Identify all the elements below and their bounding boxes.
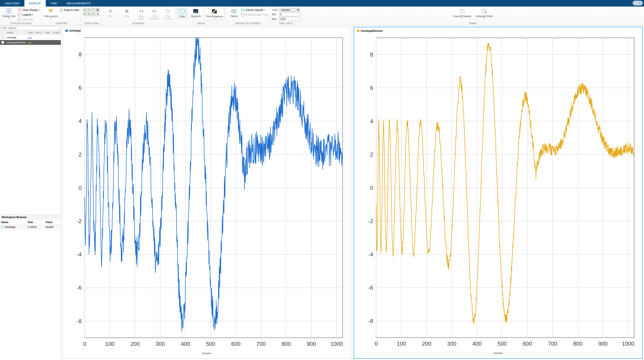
- legend-button[interactable]: Legend▾: [18, 13, 40, 17]
- filter-signals-input[interactable]: [0, 26, 60, 30]
- panner-button[interactable]: Panner: [228, 8, 240, 17]
- plot-panel[interactable]: noisdopp -8-6-4-202468010020030040050060…: [62, 27, 351, 359]
- tab-measurements[interactable]: MEASUREMENTS: [62, 0, 96, 6]
- snap-checkbox[interactable]: ✓: [60, 9, 63, 11]
- min-input[interactable]: [280, 12, 300, 16]
- copy-displays-button[interactable]: Copy All Displays▾: [452, 8, 473, 19]
- group-views: Time Spectrum▾ Time-Frequency▾ VIEWS: [175, 6, 227, 25]
- svg-text:200: 200: [422, 341, 431, 347]
- svg-text:0: 0: [79, 185, 82, 191]
- stop-button: Stop: [120, 8, 134, 17]
- group-time-limits: Units: samples Min: Max: TIME LIMITS: [270, 6, 302, 25]
- col-line[interactable]: LINE: [26, 31, 34, 35]
- zoom-in-icon[interactable]: [83, 8, 87, 12]
- workspace-row[interactable]: noisdopp1×1024double: [0, 225, 61, 229]
- signal-checkbox[interactable]: [1, 36, 4, 38]
- col-name[interactable]: NAME: [6, 31, 26, 35]
- group-label-cursors: CURSORS: [44, 22, 79, 25]
- extract-signals-button[interactable]: Extract Signals▾: [241, 8, 268, 12]
- ribbon: Display Grid ▾ Clear Display▾ Legend▾ Li…: [0, 6, 644, 25]
- legend-label: noisdopp: [69, 29, 81, 32]
- svg-text:6: 6: [370, 85, 373, 91]
- svg-text:500: 500: [498, 341, 507, 347]
- snap-to-data-check[interactable]: ✓ Snap to Data: [60, 8, 79, 12]
- plot-panel[interactable]: noisdoppDenoise -8-6-4-20246801002003004…: [354, 27, 643, 359]
- tf-icon: [212, 8, 217, 14]
- svg-line-19: [94, 10, 95, 11]
- skip-fwd-button: Skip Forward: [148, 8, 160, 20]
- view-tf-button[interactable]: Time-Frequency▾: [204, 8, 225, 20]
- svg-rect-4: [18, 9, 21, 11]
- signal-row[interactable]: ✓ noisdoppDenoise: [0, 40, 61, 45]
- workspace-browser: Workspace Browser Name Size Class noisdo…: [0, 215, 61, 229]
- zoom-out-icon[interactable]: [87, 8, 91, 12]
- group-share: Copy All Displays▾ Generate Script▾ SHAR…: [302, 6, 644, 25]
- svg-line-12: [85, 10, 86, 11]
- extract-icon: [241, 8, 245, 12]
- zoom-xy-icon[interactable]: [92, 12, 96, 16]
- svg-rect-32: [196, 11, 197, 13]
- zoom-pan-tools: [83, 8, 100, 16]
- signal-name: noisdopp: [6, 35, 26, 40]
- signal-line-swatch: [28, 38, 32, 38]
- view-time-button[interactable]: Time: [177, 8, 187, 18]
- group-label-time-limits: TIME LIMITS: [272, 22, 300, 25]
- axes[interactable]: -8-6-4-202468010020030040050060070080090…: [357, 34, 639, 351]
- clear-display-button[interactable]: Clear Display▾: [18, 8, 40, 12]
- max-input[interactable]: [280, 17, 300, 21]
- tab-analyzer[interactable]: ANALYZER: [0, 0, 24, 6]
- col-time[interactable]: TIME: [43, 31, 51, 35]
- view-spectrum-button[interactable]: Spectrum▾: [189, 8, 202, 19]
- ws-col-class[interactable]: Class: [44, 220, 61, 225]
- svg-line-16: [90, 10, 90, 11]
- generate-script-button[interactable]: Generate Script▾: [474, 8, 494, 19]
- signal-name: noisdoppDenoise: [6, 40, 26, 45]
- signal-row[interactable]: noisdopp: [0, 35, 61, 40]
- play-icon: [108, 8, 114, 14]
- panner-icon: [231, 8, 237, 14]
- help-button[interactable]: ❔: [633, 1, 643, 5]
- legend-label: noisdoppDenoise: [360, 29, 382, 32]
- svg-text:-8: -8: [77, 318, 82, 324]
- ws-col-name[interactable]: Name: [0, 220, 26, 225]
- pointer-icon[interactable]: [96, 8, 100, 12]
- svg-rect-2: [6, 11, 8, 13]
- pan-icon[interactable]: [96, 12, 100, 16]
- svg-text:100: 100: [105, 341, 114, 347]
- svg-text:400: 400: [472, 341, 482, 347]
- svg-text:300: 300: [156, 341, 165, 347]
- group-label-zoom: ZOOM & PAN: [83, 22, 100, 25]
- axes[interactable]: -8-6-4-202468010020030040050060070080090…: [66, 33, 348, 351]
- ws-col-size[interactable]: Size: [26, 220, 44, 225]
- legend-swatch: [357, 30, 359, 32]
- clear-display-icon: [18, 8, 21, 12]
- tab-display[interactable]: DISPLAY: [24, 0, 46, 6]
- svg-text:800: 800: [282, 341, 291, 347]
- svg-text:4: 4: [370, 118, 373, 124]
- data-cursors-button[interactable]: 2.5 Data cursors ▾: [44, 8, 58, 19]
- copy-icon: [460, 8, 465, 14]
- svg-line-24: [90, 14, 90, 15]
- col-start[interactable]: START: [51, 31, 61, 35]
- svg-rect-0: [6, 8, 8, 11]
- group-roi: Panner Extract Signals▾ Preserve Start T…: [227, 6, 270, 25]
- group-zoom-pan: ZOOM & PAN: [81, 6, 102, 25]
- units-select[interactable]: samples: [280, 8, 300, 12]
- svg-rect-27: [125, 9, 128, 13]
- svg-text:300: 300: [447, 341, 456, 347]
- svg-text:700: 700: [256, 341, 266, 347]
- signal-checkbox[interactable]: ✓: [1, 41, 4, 44]
- svg-text:2.5: 2.5: [50, 9, 52, 11]
- tab-time[interactable]: TIME: [46, 0, 62, 6]
- zoom-x-icon[interactable]: [83, 12, 87, 16]
- svg-rect-1: [9, 8, 11, 11]
- svg-text:0: 0: [83, 341, 86, 347]
- display-grid-button[interactable]: Display Grid ▾: [2, 8, 16, 19]
- svg-text:900: 900: [598, 341, 608, 347]
- col-info[interactable]: INFO: [34, 31, 43, 35]
- zoom-y-icon[interactable]: [87, 12, 91, 16]
- fit-icon[interactable]: [92, 8, 96, 12]
- svg-text:4: 4: [79, 118, 82, 124]
- group-label-playback: PLAYBACK: [104, 22, 173, 25]
- legend-icon: [18, 13, 21, 16]
